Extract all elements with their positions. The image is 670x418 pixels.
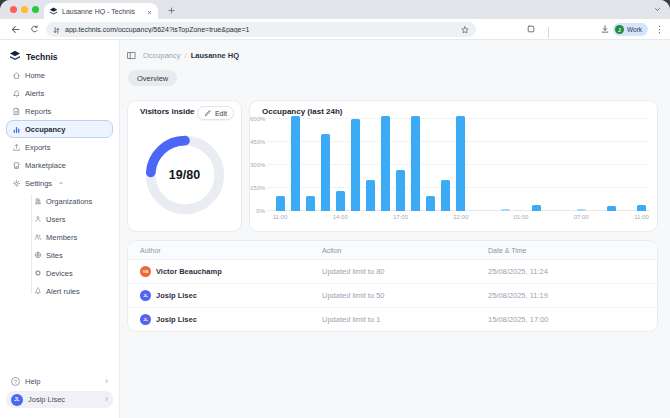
sidebar-item-users[interactable]: Users xyxy=(6,210,113,228)
edit-limit-button[interactable]: Edit xyxy=(197,106,234,120)
author-cell: JLJosip Lisec xyxy=(140,290,322,301)
download-icon[interactable] xyxy=(598,22,612,36)
gear-icon xyxy=(12,179,21,188)
tab-search-chevron-icon[interactable] xyxy=(650,3,664,16)
sidebar-toggle-icon[interactable] xyxy=(124,48,139,63)
breadcrumb-separator: / xyxy=(185,51,187,60)
occupancy-donut: 19/80 xyxy=(141,131,229,219)
sidebar-item-organizations[interactable]: Organizations xyxy=(6,192,113,210)
sidebar-item-reports[interactable]: Reports xyxy=(6,102,113,120)
bell-alert-icon xyxy=(34,287,42,295)
sidebar-item-devices[interactable]: Devices xyxy=(6,264,113,282)
chart-bar xyxy=(501,209,510,211)
sidebar-item-label: Settings xyxy=(25,179,52,188)
breadcrumb-section[interactable]: Occupancy xyxy=(143,51,181,60)
sidebar-item-label: Home xyxy=(25,71,45,80)
sidebar-item-label: Reports xyxy=(25,107,51,116)
sidebar-item-settings[interactable]: Settings xyxy=(6,174,113,192)
action-cell: Updated limit to 80 xyxy=(322,267,488,276)
sidebar-item-alert-rules[interactable]: Alert rules xyxy=(6,282,113,300)
chevron-up-icon xyxy=(57,179,65,187)
chart-bar xyxy=(396,170,405,211)
sidebar-item-label: Marketplace xyxy=(25,161,66,170)
site-settings-icon[interactable] xyxy=(52,21,61,39)
chart-xtick-label: 22:00 xyxy=(453,214,468,220)
occupancy-chart-card: Occupancy (last 24h) 0%150%300%450%600%1… xyxy=(249,100,658,232)
technis-logo-icon xyxy=(9,48,21,66)
author-name: Josip Lisec xyxy=(156,291,197,300)
profile-chip[interactable]: J Work xyxy=(613,23,648,36)
brand: Technis xyxy=(9,48,58,66)
report-icon xyxy=(12,107,21,116)
chart-bar xyxy=(441,180,450,211)
sidebar-item-help[interactable]: ? Help › xyxy=(6,373,113,390)
author-avatar: VB xyxy=(140,266,151,277)
user-name: Josip Lisec xyxy=(28,395,65,404)
export-icon xyxy=(12,143,21,152)
main-content: Occupancy / Lausanne HQ Overview Visitor… xyxy=(120,40,670,418)
favicon-technis-icon xyxy=(49,2,58,20)
breadcrumb: Occupancy / Lausanne HQ xyxy=(124,48,239,63)
sidebar-item-occupancy[interactable]: Occupancy xyxy=(6,120,113,138)
sidebar-item-marketplace[interactable]: Marketplace xyxy=(6,156,113,174)
author-cell: VBVictor Beauchamp xyxy=(140,266,322,277)
sidebar-item-label: Organizations xyxy=(46,197,92,206)
chart-bar xyxy=(411,116,420,211)
tab-overview[interactable]: Overview xyxy=(128,70,177,86)
bell-icon xyxy=(12,89,21,98)
close-tab-icon[interactable] xyxy=(146,2,153,20)
sidebar-item-label: Alert rules xyxy=(46,287,80,296)
author-cell: JLJosip Lisec xyxy=(140,314,322,325)
chart-bar xyxy=(637,205,646,211)
extensions-icon[interactable] xyxy=(524,22,538,36)
author-avatar: JL xyxy=(140,314,151,325)
sidebar-item-alerts[interactable]: Alerts xyxy=(6,84,113,102)
sidebar-item-label: Users xyxy=(46,215,66,224)
sidebar-item-label: Occupancy xyxy=(25,125,65,134)
address-bar[interactable]: app.technis.com/occupancy/5624?isTopZone… xyxy=(46,22,476,37)
sidebar-item-label: Alerts xyxy=(25,89,44,98)
chart-bar xyxy=(336,191,345,211)
reload-icon[interactable] xyxy=(27,22,41,36)
settings-subtree-guide xyxy=(31,194,32,294)
chart-ytick-label: 300% xyxy=(250,162,265,169)
back-icon[interactable] xyxy=(8,22,22,36)
datetime-cell: 25/08/2025, 11:24 xyxy=(488,267,657,276)
sidebar-item-members[interactable]: Members xyxy=(6,228,113,246)
sidebar-item-exports[interactable]: Exports xyxy=(6,138,113,156)
action-cell: Updated limit to 1 xyxy=(322,315,488,324)
chart-bar xyxy=(532,205,541,211)
sidebar-item-home[interactable]: Home xyxy=(6,66,113,84)
chevron-right-icon: › xyxy=(105,395,108,404)
chart-ytick-label: 600% xyxy=(250,116,265,123)
sidebar: Technis HomeAlertsReportsOccupancyExport… xyxy=(0,40,120,418)
browser-tabstrip: Lausanne HQ - Technis xyxy=(0,0,670,19)
new-tab-button[interactable] xyxy=(165,4,178,17)
chart-xtick-label: 01:00 xyxy=(513,214,528,220)
sidebar-user-menu[interactable]: JL Josip Lisec › xyxy=(6,391,113,408)
help-label: Help xyxy=(25,377,40,386)
browser-tab[interactable]: Lausanne HQ - Technis xyxy=(44,3,158,19)
url-text: app.technis.com/occupancy/5624?isTopZone… xyxy=(65,26,456,33)
visitors-card-title: Visitors inside xyxy=(140,107,195,116)
browser-menu-icon[interactable] xyxy=(652,22,666,36)
bookmark-star-icon[interactable] xyxy=(460,21,470,39)
user-icon xyxy=(34,215,42,223)
close-window-button[interactable] xyxy=(10,6,17,13)
sidebar-item-label: Devices xyxy=(46,269,73,278)
sidebar-item-sites[interactable]: Sites xyxy=(6,246,113,264)
author-avatar: JL xyxy=(140,290,151,301)
chart-xtick-label: 11:00 xyxy=(634,214,649,220)
sidebar-item-label: Sites xyxy=(46,251,63,260)
user-avatar: JL xyxy=(11,394,23,406)
chart-plot xyxy=(268,119,650,211)
pencil-icon xyxy=(204,109,212,118)
table-column-header: Date & Time xyxy=(488,247,657,254)
zoom-window-button[interactable] xyxy=(32,6,39,13)
datetime-cell: 15/08/2025, 17:00 xyxy=(488,315,657,324)
chart-xtick-label: 14:00 xyxy=(333,214,348,220)
table-row: JLJosip LisecUpdated limit to 115/08/202… xyxy=(128,308,657,332)
minimize-window-button[interactable] xyxy=(21,6,28,13)
sidebar-item-label: Members xyxy=(46,233,77,242)
edit-label: Edit xyxy=(215,110,227,117)
